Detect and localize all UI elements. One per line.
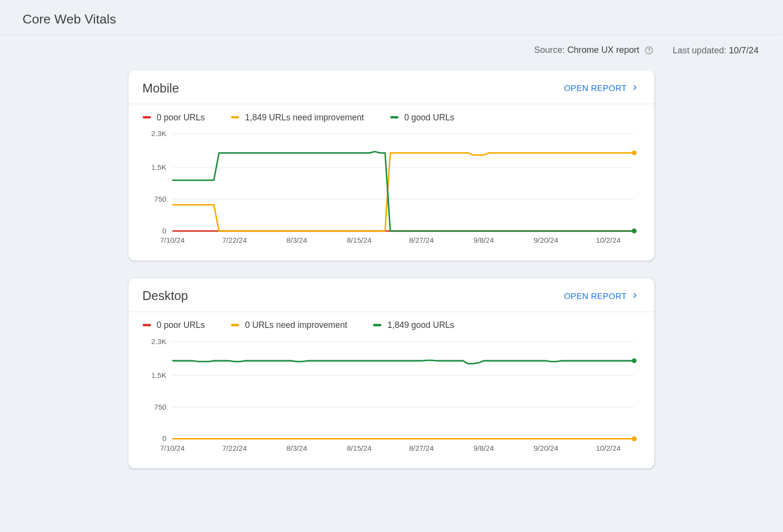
source-value: Chrome UX report [567,45,639,55]
last-updated-label: Last updated: [672,45,726,55]
legend-good-label: 0 good URLs [404,113,454,122]
open-report-mobile[interactable]: OPEN REPORT [564,83,640,94]
legend-swatch-good [373,324,382,326]
legend-good: 0 good URLs [390,113,454,122]
legend-poor: 0 poor URLs [142,113,205,122]
y-tick-label: 0 [162,227,166,235]
card-title-desktop: Desktop [142,289,188,303]
legend-needs: 1,849 URLs need improvement [231,113,364,122]
x-tick-label: 8/3/24 [286,444,307,452]
x-tick-label: 8/27/24 [409,236,433,244]
legend-swatch-good [390,116,398,118]
y-tick-label: 750 [154,403,166,411]
open-report-desktop[interactable]: OPEN REPORT [564,291,640,302]
y-tick-label: 0 [162,434,166,442]
card-desktop: Desktop OPEN REPORT 0 poor URLs 0 URLs n… [128,278,654,468]
legend-needs: 0 URLs need improvement [231,321,347,330]
legend-needs-label: 1,849 URLs need improvement [245,113,364,122]
chevron-right-icon [630,291,640,302]
y-tick-label: 1.5K [151,163,166,171]
meta-row: Source: Chrome UX report Last updated: 1… [0,35,782,60]
legend-poor-label: 0 poor URLs [157,321,205,330]
legend-swatch-needs [231,116,239,118]
series-end-dot-good [631,229,636,233]
x-tick-label: 8/27/24 [409,444,433,452]
card-title-mobile: Mobile [142,81,179,95]
page-header: Core Web Vitals [0,0,782,35]
legend-swatch-needs [231,324,239,326]
x-tick-label: 7/10/24 [160,444,184,452]
x-tick-label: 8/15/24 [346,444,371,452]
x-tick-label: 8/3/24 [286,236,307,244]
legend-needs-label: 0 URLs need improvement [245,321,347,330]
series-end-dot-good [631,358,636,363]
last-updated-value: 10/7/24 [729,45,759,55]
x-tick-label: 8/15/24 [346,236,371,244]
chart-desktop: 2.3K1.5K75007/10/247/22/248/3/248/15/248… [142,337,640,456]
help-icon[interactable] [644,46,653,55]
x-tick-label: 9/20/24 [533,444,558,452]
legend-good: 1,849 good URLs [373,321,455,330]
legend-desktop: 0 poor URLs 0 URLs need improvement 1,84… [128,312,654,335]
series-end-dot-needs_improvement [631,151,636,156]
page-title: Core Web Vitals [23,12,760,27]
source-block: Source: Chrome UX report [534,45,654,55]
x-tick-label: 7/22/24 [222,444,247,452]
card-mobile: Mobile OPEN REPORT 0 poor URLs 1,849 URL… [128,70,654,260]
chevron-right-icon [630,83,640,94]
x-tick-label: 7/22/24 [222,236,247,244]
open-report-label: OPEN REPORT [564,84,626,93]
x-tick-label: 9/20/24 [533,236,558,244]
y-tick-label: 750 [154,195,166,203]
series-good [172,360,634,364]
y-tick-label: 2.3K [151,129,166,138]
chart-mobile: 2.3K1.5K75007/10/247/22/248/3/248/15/248… [142,129,640,248]
legend-good-label: 1,849 good URLs [388,321,455,330]
source-label: Source: [534,45,565,55]
legend-swatch-poor [142,324,151,326]
x-tick-label: 10/2/24 [596,444,620,452]
legend-poor-label: 0 poor URLs [157,113,205,122]
series-end-dot-needs_improvement [631,437,636,441]
series-needs_improvement [172,153,634,231]
x-tick-label: 10/2/24 [596,236,620,244]
legend-poor: 0 poor URLs [142,321,205,330]
last-updated-block: Last updated: 10/7/24 [672,45,759,55]
series-good [172,152,634,231]
x-tick-label: 7/10/24 [160,236,184,244]
legend-swatch-poor [142,116,151,118]
open-report-label: OPEN REPORT [564,291,626,301]
legend-mobile: 0 poor URLs 1,849 URLs need improvement … [128,104,654,127]
y-tick-label: 1.5K [151,371,166,379]
x-tick-label: 9/8/24 [473,444,494,452]
y-tick-label: 2.3K [151,337,166,346]
x-tick-label: 9/8/24 [473,236,494,244]
